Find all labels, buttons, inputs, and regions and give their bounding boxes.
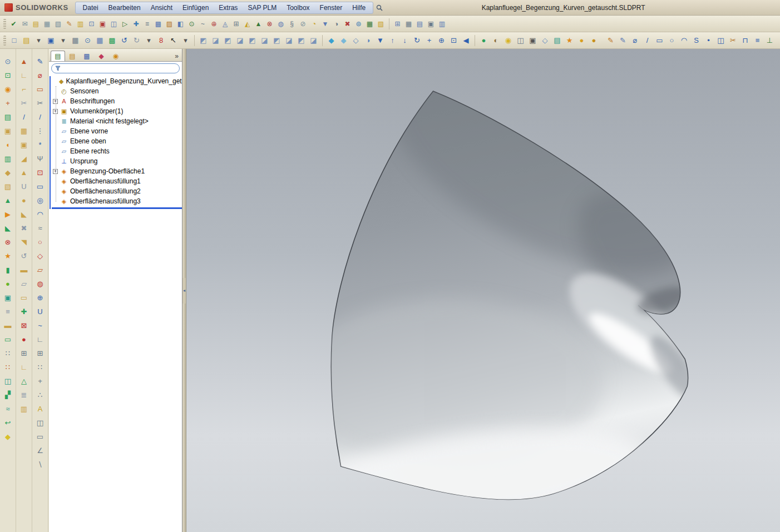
surface-tool-icon-10[interactable]: ◪ bbox=[308, 34, 319, 46]
orange-star-icon[interactable]: ★ bbox=[2, 250, 14, 262]
line-icon[interactable]: / bbox=[641, 34, 653, 46]
toolbar-grip[interactable] bbox=[3, 36, 6, 46]
tree-item-oberflaechenausfuellung2[interactable]: ◈ Oberflächenausfüllung2 bbox=[52, 186, 182, 196]
pattern-grid-icon[interactable]: ∷ bbox=[34, 361, 46, 373]
3d-sketch-icon[interactable]: ✎ bbox=[617, 34, 629, 46]
rectangle-icon[interactable]: ▭ bbox=[654, 34, 665, 46]
green-plus-icon[interactable]: ✚ bbox=[18, 306, 30, 317]
wave-tool-icon[interactable]: ~ bbox=[34, 320, 46, 331]
spline-icon[interactable]: S bbox=[690, 34, 702, 46]
red-square-icon[interactable]: ▣ bbox=[97, 18, 108, 29]
mail-icon[interactable]: ✉ bbox=[19, 18, 30, 29]
dropdown-arrow-icon[interactable]: ▾ bbox=[180, 34, 191, 46]
yellow-diamond-icon[interactable]: ◆ bbox=[2, 431, 14, 442]
gold-sphere-small-icon[interactable]: ● bbox=[18, 195, 30, 206]
surface-tool-icon-2[interactable]: ◪ bbox=[210, 34, 221, 46]
scissors-icon[interactable]: ✂ bbox=[34, 97, 46, 109]
green-roof-icon[interactable]: △ bbox=[18, 375, 30, 387]
arrow-up-icon[interactable]: ↑ bbox=[387, 34, 398, 46]
convert-entities-icon[interactable]: ⊓ bbox=[739, 34, 751, 46]
gold-cube-icon[interactable]: ▣ bbox=[18, 139, 30, 151]
tree-item-ebene-vorne[interactable]: ▱ Ebene vorne bbox=[52, 126, 182, 136]
no-entry-icon[interactable]: ⊘ bbox=[298, 18, 308, 29]
tree-item-sensoren[interactable]: ◴ Sensoren bbox=[52, 86, 182, 96]
slot-tool-icon[interactable]: ▭ bbox=[34, 431, 46, 442]
open-icon[interactable]: ▤ bbox=[21, 34, 32, 46]
redo-icon[interactable]: ↻ bbox=[131, 34, 142, 46]
green-cone-icon[interactable]: ▲ bbox=[2, 195, 14, 206]
green-shade-icon[interactable]: ▞ bbox=[2, 389, 14, 401]
featuremanager-tab[interactable]: ▤ bbox=[51, 51, 65, 61]
tree-root-part[interactable]: ◆ Kaplanfluegel_Begenzung_Kurven_getaus bbox=[52, 76, 182, 86]
arc-tool-icon[interactable]: ◠ bbox=[34, 208, 46, 220]
down-triangle-icon[interactable]: ▼ bbox=[320, 18, 330, 29]
corner-tool-icon[interactable]: ∟ bbox=[34, 334, 46, 345]
red-box-icon[interactable]: ⊠ bbox=[18, 320, 30, 331]
propertymanager-tab[interactable]: ▤ bbox=[65, 51, 80, 61]
gold-sphere-icon[interactable]: ● bbox=[576, 34, 588, 46]
table-grid-icon-4[interactable]: ▣ bbox=[426, 18, 436, 29]
scene-icon[interactable]: ▤ bbox=[551, 34, 563, 46]
folder-icon[interactable]: ▤ bbox=[31, 18, 41, 29]
model-3d-view[interactable] bbox=[186, 49, 780, 532]
plus-grid-icon[interactable]: ⊞ bbox=[231, 18, 241, 29]
grid-green-icon[interactable]: ▦ bbox=[364, 18, 375, 29]
red-pin-icon[interactable]: ▲ bbox=[18, 56, 30, 67]
camera-icon[interactable]: ◫ bbox=[515, 34, 526, 46]
knife-icon[interactable]: ✂ bbox=[18, 97, 30, 109]
trim-entities-icon[interactable]: ✂ bbox=[727, 34, 739, 46]
green-sheet-icon[interactable]: ▭ bbox=[2, 334, 14, 345]
mirror-tool-icon[interactable]: ◫ bbox=[34, 417, 46, 429]
gold-wedge-icon[interactable]: ◣ bbox=[18, 208, 30, 220]
shaded-icon[interactable]: ◆ bbox=[338, 34, 349, 46]
green-hook-icon[interactable]: ↩ bbox=[2, 417, 14, 429]
green-prism-icon[interactable]: ◣ bbox=[2, 222, 14, 234]
box-icon[interactable]: ⊡ bbox=[86, 18, 97, 29]
sheet-format-icon[interactable]: ▦ bbox=[94, 34, 106, 46]
smart-dimension-icon[interactable]: ⌀ bbox=[629, 34, 641, 46]
c-shape-icon[interactable]: ◖ bbox=[2, 139, 14, 151]
arc-icon[interactable]: ◠ bbox=[678, 34, 690, 46]
eraser-icon[interactable]: ▭ bbox=[34, 83, 46, 95]
square-dot-icon[interactable]: ⊡ bbox=[34, 167, 46, 178]
construction-line-icon[interactable]: ∖ bbox=[34, 459, 46, 470]
rebuild-icon[interactable]: 8 bbox=[155, 34, 167, 46]
dots-grid-icon[interactable]: ∷ bbox=[2, 347, 14, 359]
search-assistant-icon[interactable] bbox=[376, 4, 383, 12]
dropdown-arrow-icon[interactable]: ▾ bbox=[143, 34, 155, 46]
list-icon[interactable]: ≡ bbox=[142, 18, 152, 29]
copy-icon[interactable]: ▦ bbox=[42, 18, 52, 29]
yellow-part-icon[interactable]: ▣ bbox=[2, 125, 14, 137]
surface-tool-icon-6[interactable]: ◪ bbox=[259, 34, 270, 46]
line-tool-icon[interactable]: / bbox=[34, 111, 46, 123]
red-dimension-icon[interactable]: ⌀ bbox=[34, 69, 46, 81]
gray-x-icon[interactable]: ✖ bbox=[18, 222, 30, 234]
grid-icon[interactable]: ▩ bbox=[153, 18, 164, 29]
gold-bend-icon[interactable]: ◥ bbox=[18, 236, 30, 248]
fork-icon[interactable]: Ψ bbox=[34, 153, 46, 165]
offset-entities-icon[interactable]: ≡ bbox=[752, 34, 763, 46]
wave-icon[interactable]: ~ bbox=[198, 18, 208, 29]
triangle-dot-icon[interactable]: ◬ bbox=[220, 18, 230, 29]
pattern-dots-icon[interactable]: ∴ bbox=[34, 389, 46, 401]
rollback-bar[interactable] bbox=[52, 207, 182, 209]
red-ball-icon[interactable]: ● bbox=[18, 334, 30, 345]
parallelogram-tool-icon[interactable]: ▱ bbox=[34, 264, 46, 276]
gold-slot-icon[interactable]: ▭ bbox=[18, 292, 30, 304]
circle-icon[interactable]: ○ bbox=[666, 34, 678, 46]
red-target-icon[interactable]: ⊗ bbox=[2, 236, 14, 248]
plus-tool-icon[interactable]: + bbox=[34, 375, 46, 387]
lime-disc-icon[interactable]: ● bbox=[2, 278, 14, 290]
red-dot-grid-icon[interactable]: ∷ bbox=[2, 361, 14, 373]
section-icon[interactable]: § bbox=[287, 18, 297, 29]
sheet-icon[interactable]: ▥ bbox=[75, 18, 86, 29]
undo-icon[interactable]: ↺ bbox=[119, 34, 130, 46]
tabs-overflow-chevron[interactable]: » bbox=[175, 52, 180, 61]
green-book-icon[interactable]: ▥ bbox=[2, 153, 14, 165]
pan-view-icon[interactable]: + bbox=[423, 34, 435, 46]
surface-tool-icon-9[interactable]: ◩ bbox=[295, 34, 307, 46]
gold-box-icon[interactable]: ▦ bbox=[18, 125, 30, 137]
orange-wheel-icon[interactable]: ◉ bbox=[2, 83, 14, 95]
save-icon[interactable]: ▣ bbox=[45, 34, 57, 46]
find-icon[interactable]: ⊙ bbox=[82, 34, 93, 46]
